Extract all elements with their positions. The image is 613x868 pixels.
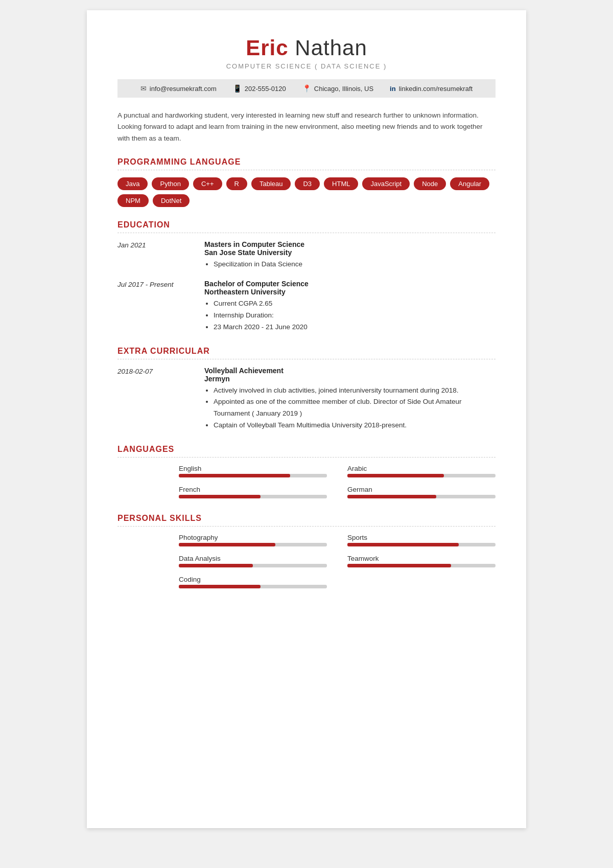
full-name: Eric Nathan bbox=[117, 36, 496, 60]
job-title: COMPUTER SCIENCE ( DATA SCIENCE ) bbox=[117, 62, 496, 70]
edu-degree: Masters in Computer Science bbox=[204, 240, 496, 248]
skill-name: Photography bbox=[179, 534, 327, 541]
education-entry: Jul 2017 - Present Bachelor of Computer … bbox=[117, 280, 496, 333]
personal-skills-title: PERSONAL SKILLS bbox=[117, 514, 496, 523]
education-title: EDUCATION bbox=[117, 220, 496, 230]
email-text: info@resumekraft.com bbox=[150, 85, 217, 93]
skill-item: Data Analysis bbox=[179, 555, 327, 567]
programming-divider bbox=[117, 170, 496, 170]
edu-content: Masters in Computer Science San Jose Sta… bbox=[204, 240, 496, 270]
skill-bar-bg bbox=[347, 543, 496, 546]
last-name: Nathan bbox=[289, 36, 367, 60]
extracurricular-title: EXTRA CURRICULAR bbox=[117, 347, 496, 356]
tags-container: JavaPythonC++RTableauD3HTMLJavaScriptNod… bbox=[117, 177, 496, 207]
edu-bullets: Specilization in Data Science bbox=[204, 259, 496, 270]
language-tag: D3 bbox=[295, 177, 320, 190]
extra-bullet: Appointed as one of the committee member… bbox=[214, 396, 496, 420]
extra-bullet: Actively involved in club activities, jo… bbox=[214, 385, 496, 397]
contact-phone: 📱 202-555-0120 bbox=[233, 84, 286, 93]
edu-content: Bachelor of Computer Science Northeaster… bbox=[204, 280, 496, 333]
linkedin-icon: in bbox=[390, 85, 396, 93]
languages-divider bbox=[117, 457, 496, 458]
education-entry: Jan 2021 Masters in Computer Science San… bbox=[117, 240, 496, 270]
linkedin-text: linkedin.com/resumekraft bbox=[399, 85, 473, 93]
summary-text: A punctual and hardworking student, very… bbox=[117, 110, 496, 144]
language-name: Arabic bbox=[347, 465, 496, 472]
language-bar-bg bbox=[179, 495, 327, 498]
skill-bar-fill bbox=[347, 543, 459, 546]
skill-name: Teamwork bbox=[347, 555, 496, 562]
skill-bar-fill bbox=[179, 585, 261, 588]
resume-header: Eric Nathan COMPUTER SCIENCE ( DATA SCIE… bbox=[117, 36, 496, 70]
edu-bullet: Internship Duration: bbox=[214, 310, 496, 322]
skill-bar-fill bbox=[179, 543, 275, 546]
extra-bullets: Actively involved in club activities, jo… bbox=[204, 385, 496, 432]
edu-bullet: Current CGPA 2.65 bbox=[214, 298, 496, 310]
language-bar-fill bbox=[179, 495, 261, 498]
skill-bar-fill bbox=[179, 564, 253, 567]
edu-degree: Bachelor of Computer Science bbox=[204, 280, 496, 288]
language-bar-fill bbox=[347, 495, 436, 498]
first-name: Eric bbox=[246, 36, 288, 60]
education-section: EDUCATION Jan 2021 Masters in Computer S… bbox=[117, 220, 496, 333]
extra-title: Volleyball Achievement bbox=[204, 367, 496, 375]
language-name: French bbox=[179, 486, 327, 493]
skill-bar-bg bbox=[179, 543, 327, 546]
language-bar-fill bbox=[179, 474, 290, 477]
language-tag: DotNet bbox=[153, 194, 190, 207]
edu-bullets: Current CGPA 2.65Internship Duration:23 … bbox=[204, 298, 496, 333]
edu-date: Jul 2017 - Present bbox=[117, 280, 189, 333]
language-tag: C++ bbox=[193, 177, 222, 190]
extracurricular-section: EXTRA CURRICULAR 2018-02-07 Volleyball A… bbox=[117, 347, 496, 432]
languages-grid: English Arabic French German bbox=[117, 465, 496, 500]
skill-item: Coding bbox=[179, 576, 327, 588]
personal-skills-section: PERSONAL SKILLS Photography Sports Data … bbox=[117, 514, 496, 590]
languages-section: LANGUAGES English Arabic French German bbox=[117, 445, 496, 500]
extracurricular-entries: 2018-02-07 Volleyball Achievement Jermyn… bbox=[117, 367, 496, 432]
extra-bullet: Captain of Volleyball Team Multimedia Un… bbox=[214, 420, 496, 431]
extra-content: Volleyball Achievement Jermyn Actively i… bbox=[204, 367, 496, 432]
language-tag: Angular bbox=[450, 177, 489, 190]
language-tag: HTML bbox=[324, 177, 358, 190]
skill-name: Data Analysis bbox=[179, 555, 327, 562]
language-tag: Node bbox=[414, 177, 446, 190]
language-name: German bbox=[347, 486, 496, 493]
language-bar-fill bbox=[347, 474, 444, 477]
skill-bar-fill bbox=[347, 564, 451, 567]
edu-school: Northeastern University bbox=[204, 288, 496, 296]
contact-linkedin: in linkedin.com/resumekraft bbox=[390, 85, 473, 93]
language-bar-bg bbox=[347, 474, 496, 477]
skill-name: Coding bbox=[179, 576, 327, 583]
extra-org: Jermyn bbox=[204, 375, 496, 383]
edu-date: Jan 2021 bbox=[117, 240, 189, 270]
education-entries: Jan 2021 Masters in Computer Science San… bbox=[117, 240, 496, 333]
languages-title: LANGUAGES bbox=[117, 445, 496, 454]
language-tag: NPM bbox=[117, 194, 149, 207]
edu-bullet: 23 March 2020 - 21 June 2020 bbox=[214, 322, 496, 333]
language-item: German bbox=[347, 486, 496, 498]
edu-school: San Jose State University bbox=[204, 248, 496, 257]
extra-date: 2018-02-07 bbox=[117, 367, 189, 432]
language-tag: Python bbox=[152, 177, 188, 190]
extra-entry: 2018-02-07 Volleyball Achievement Jermyn… bbox=[117, 367, 496, 432]
email-icon: ✉ bbox=[140, 84, 147, 93]
language-item: French bbox=[179, 486, 327, 498]
programming-section: PROGRAMMING LANGUAGE JavaPythonC++RTable… bbox=[117, 157, 496, 207]
education-divider bbox=[117, 233, 496, 233]
skill-item: Teamwork bbox=[347, 555, 496, 567]
contact-location: 📍 Chicago, Illinois, US bbox=[302, 84, 373, 93]
personal-skills-divider bbox=[117, 526, 496, 527]
skills-grid: Photography Sports Data Analysis Teamwor… bbox=[117, 534, 496, 590]
extracurricular-divider bbox=[117, 359, 496, 359]
location-icon: 📍 bbox=[302, 84, 311, 93]
skill-name: Sports bbox=[347, 534, 496, 541]
language-tag: Tableau bbox=[251, 177, 291, 190]
edu-bullet: Specilization in Data Science bbox=[214, 259, 496, 270]
skill-bar-bg bbox=[179, 585, 327, 588]
skill-bar-bg bbox=[347, 564, 496, 567]
language-tag: R bbox=[226, 177, 247, 190]
skill-bar-bg bbox=[179, 564, 327, 567]
skill-item: Photography bbox=[179, 534, 327, 546]
programming-title: PROGRAMMING LANGUAGE bbox=[117, 157, 496, 167]
language-item: Arabic bbox=[347, 465, 496, 477]
